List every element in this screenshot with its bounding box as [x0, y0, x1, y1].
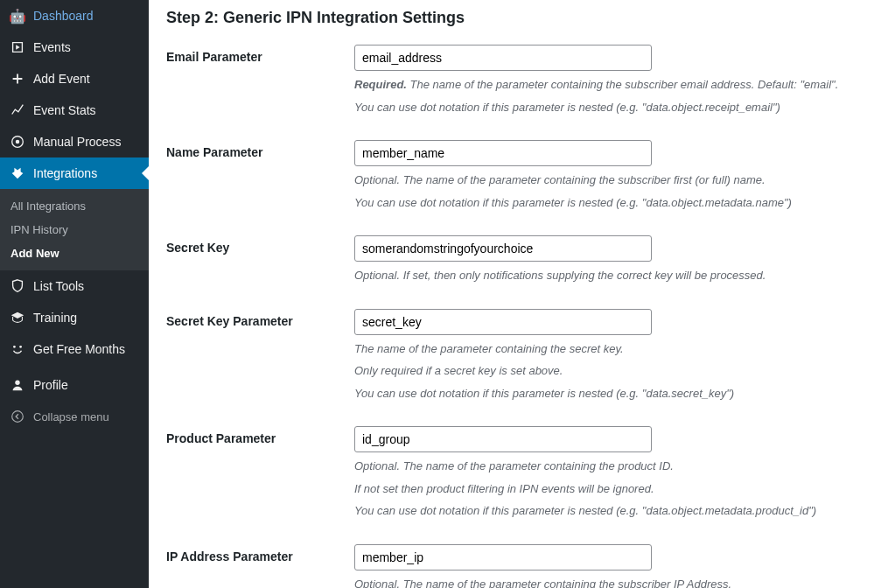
settings-form: Email Parameter Required. The name of th…: [166, 45, 878, 588]
page-title: Step 2: Generic IPN Integration Settings: [166, 9, 878, 27]
sidebar-item-label: List Tools: [33, 279, 84, 293]
name-parameter-input[interactable]: [354, 140, 652, 166]
add-icon: [9, 70, 26, 88]
field-description: Optional. The name of the parameter cont…: [354, 576, 878, 589]
field-wrapper: Optional. The name of the parameter cont…: [354, 140, 878, 211]
field-description: The name of the parameter containing the…: [354, 340, 878, 358]
field-row-secret-key: Secret Key Optional. If set, then only n…: [166, 235, 878, 284]
field-row-ip-address-parameter: IP Address Parameter Optional. The name …: [166, 544, 878, 589]
dashboard-icon: 🤖: [9, 7, 26, 24]
field-label: Secret Key: [166, 235, 354, 255]
field-row-email-parameter: Email Parameter Required. The name of th…: [166, 45, 878, 116]
submenu-add-new[interactable]: Add New: [0, 242, 149, 265]
required-label: Required.: [354, 78, 407, 91]
svg-point-2: [13, 346, 16, 348]
collapse-menu-button[interactable]: Collapse menu: [0, 401, 149, 432]
main-content: Step 2: Generic IPN Integration Settings…: [149, 0, 895, 588]
integrations-icon: [9, 164, 26, 182]
ip-address-parameter-input[interactable]: [354, 544, 652, 570]
field-label: Email Parameter: [166, 45, 354, 64]
sidebar-item-dashboard[interactable]: 🤖 Dashboard: [0, 0, 149, 32]
sidebar-item-profile[interactable]: Profile: [0, 369, 149, 401]
field-wrapper: Required. The name of the parameter cont…: [354, 45, 878, 116]
field-description: Optional. If set, then only notification…: [354, 267, 878, 284]
field-wrapper: The name of the parameter containing the…: [354, 309, 878, 402]
field-label: Name Parameter: [166, 140, 354, 159]
field-description: You can use dot notation if this paramet…: [354, 502, 878, 520]
profile-icon: [9, 376, 26, 394]
field-description: Only required if a secret key is set abo…: [354, 362, 878, 380]
sidebar-item-list-tools[interactable]: List Tools: [0, 270, 149, 302]
field-row-secret-key-parameter: Secret Key Parameter The name of the par…: [166, 309, 878, 402]
sidebar-item-integrations[interactable]: Integrations: [0, 158, 149, 189]
submenu-all-integrations[interactable]: All Integrations: [0, 194, 149, 218]
sidebar-item-label: Events: [33, 40, 71, 54]
field-row-name-parameter: Name Parameter Optional. The name of the…: [166, 140, 878, 211]
field-description: Optional. The name of the parameter cont…: [354, 458, 878, 475]
field-description: If not set then product filtering in IPN…: [354, 480, 878, 498]
events-icon: [9, 38, 26, 56]
integrations-submenu: All Integrations IPN History Add New: [0, 189, 149, 270]
sidebar-item-label: Manual Process: [33, 135, 121, 149]
sidebar-item-label: Dashboard: [33, 9, 94, 23]
field-description: Optional. The name of the parameter cont…: [354, 172, 878, 189]
sidebar-item-training[interactable]: Training: [0, 302, 149, 333]
email-parameter-input[interactable]: [354, 45, 652, 71]
sidebar-item-label: Event Stats: [33, 103, 96, 117]
secret-key-input[interactable]: [354, 235, 652, 262]
collapse-label: Collapse menu: [33, 410, 109, 424]
sidebar-item-events[interactable]: Events: [0, 32, 149, 63]
field-description: Required. The name of the parameter cont…: [354, 76, 878, 94]
field-description: You can use dot notation if this paramet…: [354, 385, 878, 402]
field-label: Secret Key Parameter: [166, 309, 354, 328]
collapse-icon: [9, 408, 26, 425]
field-description: You can use dot notation if this paramet…: [354, 194, 878, 212]
admin-sidebar: 🤖 Dashboard Events Add Event Event Stats…: [0, 0, 149, 588]
sidebar-item-label: Get Free Months: [33, 342, 125, 356]
smile-icon: [9, 340, 26, 358]
sidebar-item-label: Add Event: [33, 72, 90, 86]
product-parameter-input[interactable]: [354, 426, 652, 452]
svg-point-3: [19, 346, 22, 348]
sidebar-item-label: Profile: [33, 378, 68, 392]
sidebar-item-manual-process[interactable]: Manual Process: [0, 126, 149, 158]
shield-icon: [9, 277, 26, 295]
secret-key-parameter-input[interactable]: [354, 309, 652, 335]
svg-point-4: [15, 381, 19, 385]
field-description: You can use dot notation if this paramet…: [354, 99, 878, 116]
field-wrapper: Optional. The name of the parameter cont…: [354, 426, 878, 520]
sidebar-item-label: Training: [33, 311, 77, 325]
svg-point-1: [16, 140, 20, 144]
process-icon: [9, 133, 26, 150]
field-label: IP Address Parameter: [166, 544, 354, 564]
field-row-product-parameter: Product Parameter Optional. The name of …: [166, 426, 878, 520]
stats-icon: [9, 102, 26, 119]
svg-point-5: [12, 411, 24, 423]
field-label: Product Parameter: [166, 426, 354, 445]
training-icon: [9, 309, 26, 326]
sidebar-item-get-free-months[interactable]: Get Free Months: [0, 333, 149, 365]
sidebar-item-event-stats[interactable]: Event Stats: [0, 94, 149, 126]
field-wrapper: Optional. If set, then only notification…: [354, 235, 878, 284]
description-text: The name of the parameter containing the…: [407, 78, 838, 91]
sidebar-item-add-event[interactable]: Add Event: [0, 63, 149, 94]
sidebar-item-label: Integrations: [33, 166, 97, 180]
submenu-ipn-history[interactable]: IPN History: [0, 218, 149, 242]
field-wrapper: Optional. The name of the parameter cont…: [354, 544, 878, 589]
